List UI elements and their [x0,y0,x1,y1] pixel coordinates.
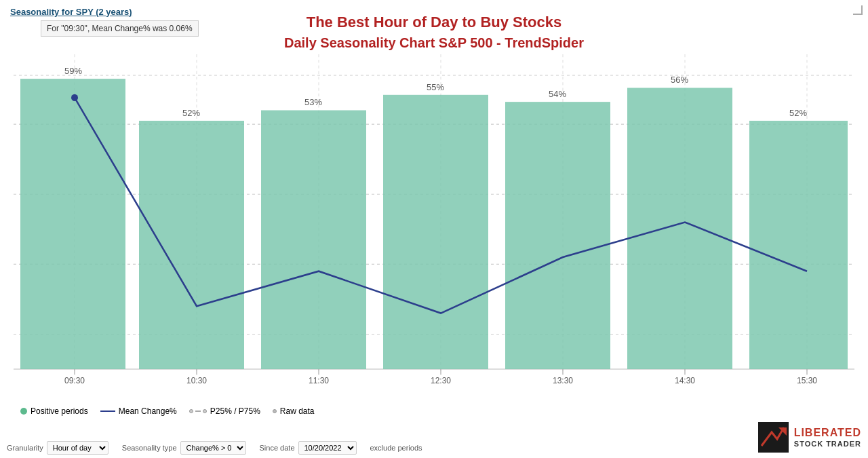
hover-dot [71,94,78,101]
watermark-text: LIBERATED STOCK TRADER [794,426,861,448]
legend-dash-box [189,409,207,413]
svg-text:09:30: 09:30 [64,376,85,385]
legend-mean-change: Mean Change% [100,406,177,416]
granularity-control: Granularity Hour of day Day of week Mont… [7,441,108,455]
svg-text:55%: 55% [427,81,444,92]
chart-container: Seasonality for SPY (2 years) The Best H… [0,0,868,458]
bar-1330 [505,102,610,369]
logo-svg [758,422,789,453]
legend-p25-label: P25% / P75% [210,406,260,416]
resize-icon[interactable] [853,5,863,15]
granularity-select[interactable]: Hour of day Day of week Month [47,441,108,455]
legend-raw-label: Raw data [280,406,315,416]
svg-text:13:30: 13:30 [553,376,573,385]
watermark: LIBERATED STOCK TRADER [758,422,861,453]
svg-rect-34 [758,422,789,453]
legend-positive-periods: Positive periods [20,406,88,416]
svg-text:56%: 56% [671,75,688,85]
hover-tooltip: For "09:30", Mean Change% was 0.06% [41,20,199,37]
svg-text:14:30: 14:30 [675,376,695,385]
seasonality-select[interactable]: Change% > 0 Change% < 0 [180,441,246,455]
legend-line-blue [100,411,115,412]
since-label: Since date [260,444,295,452]
svg-text:52%: 52% [789,108,807,118]
svg-text:52%: 52% [182,108,200,118]
chart-area: 59% 52% 53% 55% 54% 56% 52% [14,54,854,390]
svg-text:12:30: 12:30 [431,376,451,385]
legend-area: Positive periods Mean Change% P25% / P75… [20,406,315,416]
chart-svg: 59% 52% 53% 55% 54% 56% 52% [14,54,854,390]
granularity-label: Granularity [7,444,43,452]
svg-text:15:30: 15:30 [797,376,817,385]
legend-raw-data: Raw data [273,406,315,416]
seasonality-title-link[interactable]: Seasonality for SPY (2 years) [10,7,132,17]
bar-1030 [139,121,244,369]
seasonality-control: Seasonality type Change% > 0 Change% < 0 [122,441,246,455]
svg-text:10:30: 10:30 [186,376,207,385]
svg-text:11:30: 11:30 [309,376,329,385]
watermark-line1: LIBERATED [794,426,861,439]
bar-1530 [749,121,848,369]
legend-dot-green [20,408,27,415]
watermark-logo [758,422,789,453]
seasonality-label: Seasonality type [122,444,177,452]
exclude-periods-button[interactable]: exclude periods [370,444,422,452]
legend-p25-p75: P25% / P75% [189,406,260,416]
legend-mean-label: Mean Change% [119,406,177,416]
svg-text:54%: 54% [549,89,566,99]
bar-0930 [20,79,125,369]
bar-1230 [383,95,488,369]
svg-text:53%: 53% [304,97,322,107]
since-date-select[interactable]: 10/20/2022 [298,441,357,455]
since-date-control: Since date 10/20/2022 [260,441,357,455]
watermark-line2: STOCK TRADER [794,440,861,449]
controls-area: Granularity Hour of day Day of week Mont… [7,441,422,455]
svg-text:59%: 59% [64,66,82,76]
bar-1130 [261,111,366,370]
bar-1430 [627,88,732,370]
legend-positive-label: Positive periods [31,406,88,416]
